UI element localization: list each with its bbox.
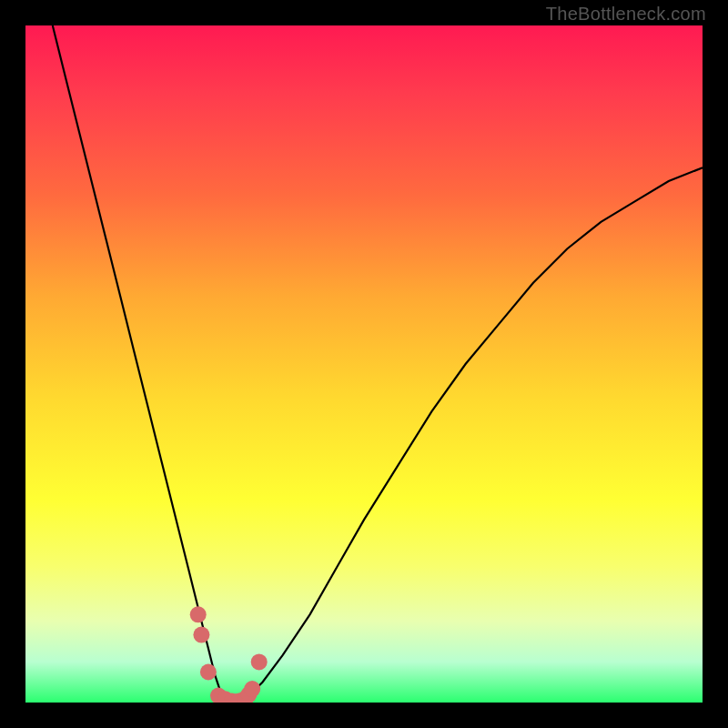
- attribution-text: TheBottleneck.com: [546, 4, 706, 25]
- curve-markers: [190, 606, 268, 703]
- marker-point: [244, 681, 260, 697]
- marker-point: [251, 653, 268, 670]
- chart-frame: [25, 25, 703, 703]
- marker-point: [190, 606, 207, 622]
- marker-point: [193, 627, 209, 643]
- plot-area: [25, 25, 703, 703]
- chart-svg: [25, 25, 703, 703]
- bottleneck-curve: [53, 25, 703, 703]
- marker-point: [200, 664, 217, 681]
